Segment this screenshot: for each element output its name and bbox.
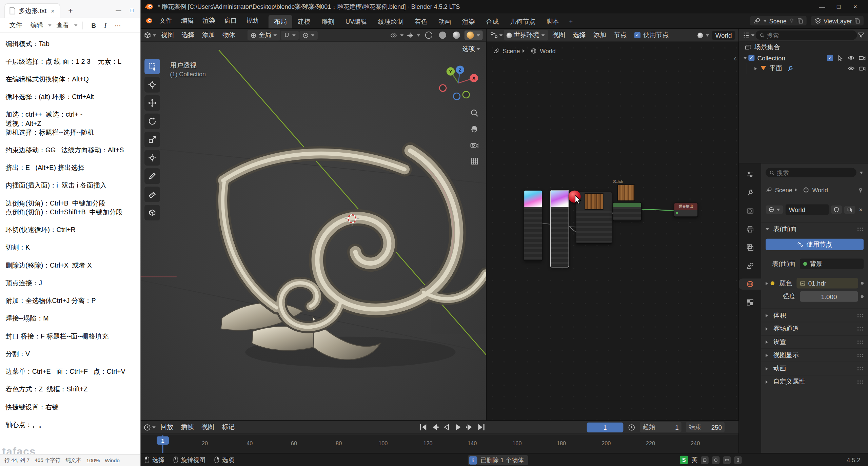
- new-tab-button[interactable]: +: [65, 6, 76, 15]
- unlink-button[interactable]: ×: [857, 206, 864, 213]
- ortho-grid-icon[interactable]: [470, 157, 479, 166]
- show-gizmo-icon[interactable]: [406, 31, 414, 39]
- ime-tool-icon[interactable]: [734, 456, 742, 464]
- copy-icon[interactable]: [797, 18, 803, 24]
- timeline-menu-item[interactable]: 视图: [198, 421, 218, 433]
- outliner-row-scene-collection[interactable]: 场景集合: [739, 42, 868, 53]
- playhead-label[interactable]: 1: [157, 436, 169, 445]
- bold-button[interactable]: B: [87, 20, 100, 30]
- sidebar-collapse-icon[interactable]: ‹: [734, 54, 736, 62]
- tab-render[interactable]: [739, 206, 761, 217]
- selectable-icon[interactable]: [837, 55, 844, 61]
- viewport-menu-item[interactable]: 物体: [219, 30, 239, 41]
- search-input[interactable]: [767, 32, 853, 39]
- prev-keyframe-button[interactable]: [431, 424, 439, 431]
- collection-checkbox[interactable]: ✓: [748, 55, 754, 61]
- more-button[interactable]: ⋯: [111, 20, 125, 31]
- copy-icon[interactable]: [854, 18, 860, 24]
- expand-icon[interactable]: [766, 281, 769, 285]
- surface-panel-header[interactable]: 表(曲)面: [761, 222, 868, 235]
- ime-tool-icon[interactable]: [723, 456, 731, 464]
- shader-menu-item[interactable]: 视图: [549, 30, 569, 41]
- browse-world-button[interactable]: [766, 206, 783, 214]
- panel-grip-icon[interactable]: [857, 366, 864, 371]
- tool-transform[interactable]: [144, 150, 160, 166]
- panel-header[interactable]: 体积: [761, 308, 868, 322]
- world-datablock-name[interactable]: World: [712, 31, 735, 40]
- proportional-editing-toggle[interactable]: [299, 31, 318, 40]
- eye-icon[interactable]: [848, 54, 855, 61]
- show-overlays-icon[interactable]: [390, 31, 397, 39]
- panel-header[interactable]: 雾场通道: [761, 322, 868, 335]
- panel-header[interactable]: 视图显示: [761, 348, 868, 362]
- camera-view-icon[interactable]: [470, 141, 479, 150]
- shading-material-button[interactable]: [451, 31, 462, 40]
- tab-scene[interactable]: [739, 260, 761, 271]
- filter-dropdown-icon[interactable]: [860, 172, 863, 175]
- tab-viewlayer[interactable]: [739, 242, 761, 253]
- node-colorramp-2[interactable]: [550, 190, 569, 268]
- notepad-content[interactable]: 编辑模式：Tab子层级选择：点 线 面：1 2 3 元素：L在编辑模式切换物体：…: [0, 33, 140, 445]
- editor-type-icon[interactable]: [490, 31, 498, 39]
- app-menu-item[interactable]: 编辑: [177, 15, 198, 26]
- blender-icon-button[interactable]: [144, 18, 153, 24]
- render-camera-icon[interactable]: [859, 54, 866, 61]
- use-nodes-button[interactable]: 使用节点: [766, 239, 864, 250]
- pin-icon[interactable]: [789, 18, 795, 24]
- tool-rotate[interactable]: [144, 114, 160, 129]
- panel-grip-icon[interactable]: [857, 340, 864, 344]
- viewport-menu-item[interactable]: 视图: [157, 30, 178, 41]
- workspace-tab[interactable]: 渲染: [457, 15, 480, 28]
- workspace-tab[interactable]: 脚本: [541, 15, 565, 28]
- shader-menu-item[interactable]: 选择: [569, 30, 589, 41]
- shader-type-selector[interactable]: 世界环境: [504, 30, 548, 40]
- shading-rendered-button[interactable]: [465, 31, 483, 40]
- tool-move[interactable]: [144, 95, 160, 111]
- pan-hand-icon[interactable]: [470, 124, 479, 133]
- tool-add-cube[interactable]: [144, 205, 160, 220]
- notepad-menu-file[interactable]: 文件: [5, 19, 26, 31]
- shader-menu-item[interactable]: 节点: [610, 30, 630, 41]
- outliner-row-collection[interactable]: ✓ Collection ✓: [739, 53, 868, 63]
- next-keyframe-button[interactable]: [466, 424, 474, 431]
- tool-cursor[interactable]: [144, 77, 160, 93]
- new-copy-button[interactable]: [844, 206, 855, 214]
- current-frame-field[interactable]: 1: [587, 422, 624, 432]
- timeline-menu-item[interactable]: 插帧: [177, 421, 197, 433]
- frame-start-field[interactable]: 起始1: [640, 422, 681, 432]
- jump-to-end-button[interactable]: [477, 424, 485, 431]
- color-value-field[interactable]: 01.hdr: [796, 278, 858, 289]
- panel-grip-icon[interactable]: [857, 353, 864, 357]
- maximize-button[interactable]: □: [830, 3, 847, 10]
- panel-grip-icon[interactable]: [857, 380, 864, 384]
- jump-to-start-button[interactable]: [419, 424, 427, 431]
- timeline-ruler[interactable]: 20 40 60 80 100 120 140 160 180 200 220 …: [140, 435, 738, 453]
- editor-type-icon[interactable]: [143, 31, 152, 39]
- app-menu-item[interactable]: 帮助: [241, 15, 263, 26]
- panel-grip-icon[interactable]: [857, 313, 864, 317]
- node-environment-texture[interactable]: 01.hdr: [613, 179, 643, 221]
- play-reverse-button[interactable]: [442, 424, 450, 431]
- tab-output[interactable]: [739, 224, 761, 235]
- browse-world-icon[interactable]: [697, 33, 703, 38]
- tool-options-dropdown[interactable]: 选项: [462, 45, 480, 53]
- exclude-checkbox[interactable]: ✓: [827, 55, 833, 61]
- node-colorramp-1[interactable]: [524, 190, 542, 261]
- notepad-menu-view[interactable]: 查看: [53, 19, 73, 31]
- shader-menu-item[interactable]: 添加: [590, 30, 610, 41]
- expand-icon[interactable]: [744, 57, 747, 60]
- editor-type-icon[interactable]: [742, 31, 750, 39]
- timeline-menu-item[interactable]: 回放: [157, 421, 177, 433]
- viewport-menu-item[interactable]: 添加: [198, 30, 218, 41]
- expand-icon[interactable]: [754, 67, 758, 70]
- shading-solid-button[interactable]: [437, 31, 448, 40]
- world-name-field[interactable]: World: [786, 204, 829, 215]
- scene-selector[interactable]: Scene: [750, 16, 807, 25]
- editor-type-icon[interactable]: [739, 169, 761, 180]
- ime-tool-icon[interactable]: [712, 456, 720, 464]
- keying-clock-icon[interactable]: [628, 423, 635, 431]
- ime-mode-label[interactable]: 英: [691, 456, 697, 464]
- breadcrumb-scene[interactable]: Scene: [502, 47, 520, 54]
- tab-texture[interactable]: [739, 297, 761, 308]
- keyframe-dot-icon[interactable]: [861, 295, 864, 298]
